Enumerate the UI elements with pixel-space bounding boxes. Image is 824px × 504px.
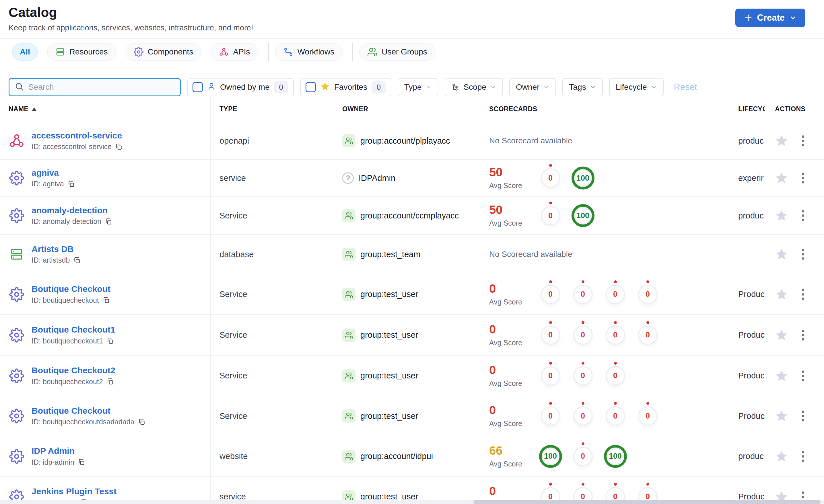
scorecard-badge[interactable]: 100 <box>604 445 627 468</box>
owner-label: group:account/ccmplayacc <box>360 211 459 221</box>
row-menu-button[interactable] <box>797 288 809 301</box>
service-entity-icon <box>9 328 25 343</box>
table-row: Boutique Checkout ID: boutiquecheckout S… <box>0 274 824 315</box>
row-menu-button[interactable] <box>797 209 809 222</box>
favorite-star-button[interactable] <box>775 409 788 422</box>
scorecard-badge[interactable]: 0 <box>575 286 592 303</box>
copy-id-button[interactable] <box>68 180 75 188</box>
lifecycle-cell: produc <box>730 436 764 476</box>
owned-by-me-checkbox[interactable] <box>193 82 203 92</box>
reset-filters-button[interactable]: Reset <box>674 82 697 92</box>
entity-name-link[interactable]: anomaly-detection <box>31 206 112 216</box>
tab-all[interactable]: All <box>12 43 38 61</box>
entity-id: ID: boutiquecheckout <box>31 296 99 304</box>
copy-id-button[interactable] <box>102 296 110 304</box>
favorite-star-button[interactable] <box>775 450 788 463</box>
type-value: Service <box>219 411 247 421</box>
entity-name-link[interactable]: Artists DB <box>31 244 81 254</box>
tab-user-groups[interactable]: User Groups <box>359 43 435 61</box>
scorecard-badge[interactable]: 0 <box>639 286 656 303</box>
entity-name-link[interactable]: Boutique Checkout1 <box>31 325 115 335</box>
entity-name-link[interactable]: accesscontrol-service <box>31 131 122 141</box>
search-input[interactable] <box>28 82 175 92</box>
scorecard-badge[interactable]: 0 <box>607 327 624 344</box>
score-divider <box>530 323 530 348</box>
column-header-type: TYPE <box>210 105 334 113</box>
row-menu-button[interactable] <box>797 329 809 342</box>
scorecard-badge[interactable]: 0 <box>607 286 624 303</box>
avg-score-label: Avg Score <box>489 339 530 347</box>
entity-name-link[interactable]: IDP Admin <box>31 446 85 456</box>
lifecycle-filter-dropdown[interactable]: Lifecycle <box>609 78 663 96</box>
favorites-checkbox[interactable] <box>306 82 316 92</box>
no-scorecard-text: No Scorecard available <box>489 250 573 259</box>
group-icon <box>342 134 355 147</box>
scorecard-badge[interactable]: 0 <box>575 448 592 465</box>
entity-name-link[interactable]: agniva <box>31 168 75 178</box>
actions-cell <box>764 274 824 314</box>
avg-score-value: 50 <box>489 166 530 178</box>
scorecard-badge[interactable]: 0 <box>542 367 559 384</box>
favorite-star-button[interactable] <box>775 209 788 222</box>
row-menu-button[interactable] <box>797 370 809 382</box>
owner-cell: group:test_user <box>334 315 480 355</box>
copy-id-button[interactable] <box>138 418 145 426</box>
copy-id-button[interactable] <box>105 218 112 225</box>
favorite-star-button[interactable] <box>775 288 788 301</box>
copy-id-button[interactable] <box>115 143 122 150</box>
owner-filter-dropdown[interactable]: Owner <box>509 78 556 96</box>
plus-icon <box>744 13 752 22</box>
scope-filter-dropdown[interactable]: Scope <box>445 78 503 96</box>
owned-by-me-filter[interactable]: Owned by me 0 <box>187 78 294 96</box>
entity-name-link[interactable]: Jenkins Plugin Tesst <box>31 487 116 497</box>
tags-filter-dropdown[interactable]: Tags <box>562 78 603 96</box>
scorecard-badge[interactable]: 0 <box>542 207 559 224</box>
scorecard-badge[interactable]: 0 <box>542 327 559 344</box>
scorecard-badge[interactable]: 0 <box>639 327 656 344</box>
scorecard-badge[interactable]: 0 <box>607 367 624 384</box>
scorecard-badge[interactable]: 0 <box>542 169 559 186</box>
tab-components[interactable]: Components <box>125 43 202 61</box>
copy-id-button[interactable] <box>73 257 81 264</box>
favorite-star-button[interactable] <box>775 369 788 382</box>
favorite-star-button[interactable] <box>775 248 788 261</box>
scorecard-badge[interactable]: 0 <box>607 407 624 424</box>
column-header-name[interactable]: NAME <box>0 105 210 113</box>
favorites-label: Favorites <box>334 83 367 92</box>
row-menu-button[interactable] <box>797 134 809 147</box>
copy-id-button[interactable] <box>106 337 114 345</box>
row-menu-button[interactable] <box>797 172 809 184</box>
copy-id-button[interactable] <box>106 378 114 385</box>
favorite-star-button[interactable] <box>775 134 788 147</box>
scorecard-badge[interactable]: 0 <box>575 407 592 424</box>
entity-name-link[interactable]: Boutique Checkout <box>31 284 110 294</box>
row-menu-button[interactable] <box>797 248 809 261</box>
favorite-star-button[interactable] <box>775 171 788 184</box>
entity-name-link[interactable]: Boutique Checkout2 <box>31 366 115 376</box>
tab-resources[interactable]: Resources <box>47 43 116 61</box>
scorecard-badge[interactable]: 0 <box>542 407 559 424</box>
scorecard-badge[interactable]: 0 <box>575 327 592 344</box>
search-box[interactable] <box>9 78 181 96</box>
chevron-down-icon <box>590 84 596 90</box>
tab-apis[interactable]: APIs <box>211 43 258 61</box>
entity-name-link[interactable]: Boutique Checkout <box>31 406 145 416</box>
horizontal-scrollbar-thumb[interactable] <box>474 500 821 504</box>
avg-score-value: 0 <box>489 485 530 497</box>
favorites-filter[interactable]: Favorites 0 <box>300 78 391 96</box>
type-filter-dropdown[interactable]: Type <box>398 78 438 96</box>
tab-workflows[interactable]: Workflows <box>275 43 343 61</box>
scorecard-badge[interactable]: 100 <box>539 445 562 468</box>
scorecard-badge[interactable]: 100 <box>572 166 595 190</box>
scorecard-badge[interactable]: 0 <box>639 407 656 424</box>
scorecard-badge[interactable]: 100 <box>572 204 595 227</box>
create-button[interactable]: Create <box>735 9 806 27</box>
scorecard-badge[interactable]: 0 <box>542 286 559 303</box>
scorecard-badge[interactable]: 0 <box>575 367 592 384</box>
owner-cell: group:account/idpui <box>334 436 480 476</box>
favorite-star-button[interactable] <box>775 329 788 342</box>
copy-id-button[interactable] <box>78 459 85 466</box>
workflows-icon <box>284 47 293 57</box>
row-menu-button[interactable] <box>797 450 809 463</box>
row-menu-button[interactable] <box>797 410 809 422</box>
